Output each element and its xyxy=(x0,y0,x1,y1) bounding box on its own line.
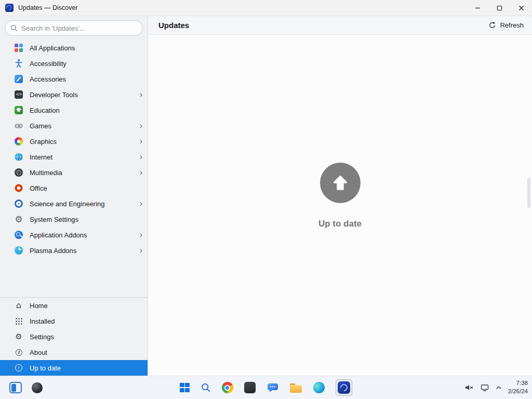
minimize-button[interactable] xyxy=(467,0,488,16)
clock-time: 7:38 xyxy=(508,379,528,388)
chevron-right-icon xyxy=(140,122,142,130)
titlebar[interactable]: Updates — Discover xyxy=(0,0,532,16)
sidebar-item-label: Plasma Addons xyxy=(30,247,76,255)
application-addons-icon xyxy=(14,230,23,240)
sidebar-item-about[interactable]: About xyxy=(0,344,148,360)
sidebar-item-accessories[interactable]: Accessories xyxy=(0,71,148,87)
system-settings-icon xyxy=(14,215,23,224)
developer-tools-icon xyxy=(14,90,23,99)
graphics-icon xyxy=(14,137,23,146)
window-controls xyxy=(467,0,532,16)
office-icon xyxy=(14,183,23,193)
chevron-up-icon[interactable] xyxy=(496,385,502,390)
window-body: All Applications Accessibility Accessori… xyxy=(0,16,532,376)
settings-icon xyxy=(14,332,23,341)
home-icon xyxy=(14,301,23,310)
sidebar-item-label: Multimedia xyxy=(30,169,62,177)
games-icon xyxy=(14,121,23,130)
chevron-right-icon xyxy=(140,153,142,161)
sidebar-item-home[interactable]: Home xyxy=(0,298,148,313)
sidebar-item-label: Education xyxy=(30,107,60,114)
sidebar-item-label: Home xyxy=(30,302,48,310)
scrollbar-thumb[interactable] xyxy=(527,178,530,208)
sidebar-item-up-to-date[interactable]: Up to date xyxy=(0,360,148,376)
sidebar-item-installed[interactable]: Installed xyxy=(0,313,148,329)
search-box[interactable] xyxy=(5,20,143,36)
chevron-right-icon xyxy=(140,168,142,177)
sidebar-item-plasma-addons[interactable]: Plasma Addons xyxy=(0,243,148,258)
sidebar-item-accessibility[interactable]: Accessibility xyxy=(0,56,148,71)
installed-icon xyxy=(14,316,23,326)
sidebar-item-graphics[interactable]: Graphics xyxy=(0,134,148,149)
up-to-date-big-icon xyxy=(320,163,361,203)
volume-muted-icon[interactable] xyxy=(464,383,474,392)
accessibility-icon xyxy=(14,59,23,68)
widgets-icon[interactable] xyxy=(9,382,22,393)
clock[interactable]: 7:38 2/26/24 xyxy=(508,379,528,395)
internet-icon xyxy=(14,152,23,162)
sidebar-spacer xyxy=(0,258,148,297)
sidebar-item-label: Games xyxy=(30,122,51,130)
sidebar-item-label: Science and Engineering xyxy=(30,200,105,208)
up-to-date-icon xyxy=(14,363,23,373)
chat-icon[interactable] xyxy=(267,381,279,394)
chrome-icon[interactable] xyxy=(222,382,233,393)
sidebar-item-office[interactable]: Office xyxy=(0,180,148,196)
chevron-right-icon xyxy=(140,90,142,99)
sidebar: All Applications Accessibility Accessori… xyxy=(0,16,148,376)
sidebar-item-science-and-engineering[interactable]: Science and Engineering xyxy=(0,196,148,211)
category-list: All Applications Accessibility Accessori… xyxy=(0,38,148,258)
sidebar-item-settings[interactable]: Settings xyxy=(0,329,148,344)
sidebar-item-label: Accessories xyxy=(30,75,66,83)
sidebar-item-label: Accessibility xyxy=(30,60,66,68)
main-content: Updates Refresh Up to date xyxy=(148,16,532,376)
all-applications-icon xyxy=(14,43,23,52)
discover-taskbar-button[interactable] xyxy=(336,379,352,396)
maximize-icon xyxy=(497,5,502,11)
start-button[interactable] xyxy=(180,383,190,393)
sidebar-footer: Home Installed Settings About Up to date xyxy=(0,297,148,376)
chevron-right-icon xyxy=(140,231,142,239)
empty-state-message: Up to date xyxy=(318,219,362,229)
discover-icon xyxy=(338,381,350,394)
sidebar-item-label: Office xyxy=(30,184,47,192)
about-icon xyxy=(14,348,23,357)
plasma-addons-icon xyxy=(14,246,23,255)
sidebar-item-all-applications[interactable]: All Applications xyxy=(0,40,148,56)
empty-state: Up to date xyxy=(148,25,532,366)
accessories-icon xyxy=(14,74,23,84)
sidebar-item-developer-tools[interactable]: Developer Tools xyxy=(0,87,148,102)
maximize-button[interactable] xyxy=(488,0,510,16)
screen: Updates — Discover All Appli xyxy=(0,0,532,399)
sidebar-item-games[interactable]: Games xyxy=(0,118,148,134)
chevron-right-icon xyxy=(140,200,142,208)
sidebar-item-internet[interactable]: Internet xyxy=(0,149,148,165)
sidebar-item-label: Installed xyxy=(30,317,55,325)
file-explorer-icon[interactable] xyxy=(290,383,302,393)
sidebar-item-label: All Applications xyxy=(30,44,75,52)
dark-planet-icon[interactable] xyxy=(32,382,43,393)
discover-app-icon xyxy=(5,4,14,12)
sidebar-item-multimedia[interactable]: Multimedia xyxy=(0,165,148,180)
clock-date: 2/26/24 xyxy=(508,388,528,396)
science-icon xyxy=(14,199,23,208)
display-tray-icon[interactable] xyxy=(480,383,489,392)
edge-icon[interactable] xyxy=(313,382,325,393)
terminal-icon[interactable] xyxy=(244,382,256,393)
window-title: Updates — Discover xyxy=(18,4,78,11)
taskbar-search-icon[interactable] xyxy=(201,382,211,393)
chevron-right-icon xyxy=(140,246,142,255)
taskbar-tray: 7:38 2/26/24 xyxy=(464,379,528,395)
sidebar-item-education[interactable]: Education xyxy=(0,102,148,118)
minimize-icon xyxy=(475,5,481,11)
taskbar-left xyxy=(9,382,43,393)
sidebar-item-label: About xyxy=(30,349,47,356)
taskbar: 7:38 2/26/24 xyxy=(0,376,532,399)
sidebar-item-system-settings[interactable]: System Settings xyxy=(0,211,148,227)
close-button[interactable] xyxy=(510,0,532,16)
taskbar-center xyxy=(180,379,352,396)
sidebar-item-label: Up to date xyxy=(30,364,61,372)
education-icon xyxy=(14,105,23,115)
sidebar-item-application-addons[interactable]: Application Addons xyxy=(0,227,148,243)
search-input[interactable] xyxy=(21,24,137,32)
